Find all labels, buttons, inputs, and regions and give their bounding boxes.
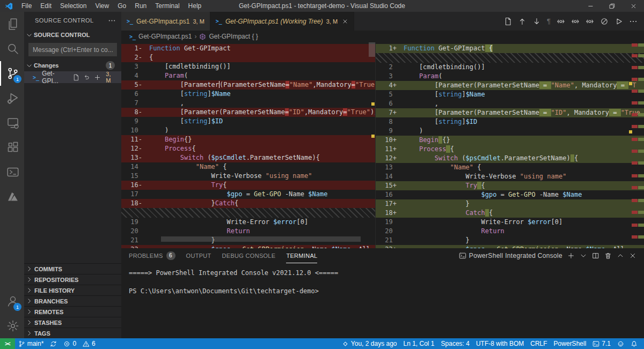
code-line[interactable]: 9 ): [376, 127, 644, 136]
changed-file-row[interactable]: >_ Get-GPI... 3, M: [24, 71, 121, 83]
terminal-output[interactable]: =====> PowerShell Integrated Console v20…: [121, 263, 644, 338]
panel-tab-problems[interactable]: PROBLEMS6: [129, 248, 175, 263]
activity-settings-icon[interactable]: [0, 314, 24, 338]
code-line[interactable]: 9 [string]$ID: [121, 117, 375, 126]
activity-extensions-icon[interactable]: [0, 135, 24, 160]
open-file-icon[interactable]: [503, 17, 512, 26]
previous-change-icon[interactable]: [518, 17, 526, 26]
sidebar-more-actions-icon[interactable]: [108, 17, 116, 25]
status-language-mode[interactable]: PowerShell: [551, 338, 590, 349]
menu-edit[interactable]: Edit: [36, 2, 56, 10]
more-actions-icon[interactable]: [629, 17, 638, 26]
kill-terminal-icon[interactable]: [604, 252, 612, 259]
code-line[interactable]: 8 [string]$ID: [376, 117, 644, 127]
code-line[interactable]: 22+ $gpos = Get-GPPermission -Name $Name…: [376, 245, 644, 248]
code-line[interactable]: 7+ [Parameter(ParameterSetName = "ID", M…: [376, 108, 644, 117]
section-file-history[interactable]: FILE HISTORY: [24, 285, 121, 295]
code-line[interactable]: 18- }Catch{: [121, 199, 375, 208]
code-line[interactable]: 3 [cmdletbinding()]: [121, 62, 375, 71]
activity-azure-icon[interactable]: [0, 184, 24, 209]
activity-powershell-icon[interactable]: [0, 160, 24, 184]
changes-section-header[interactable]: Changes 1: [24, 60, 121, 71]
activity-remote-explorer-icon[interactable]: [0, 110, 24, 135]
horizontal-scrollbar[interactable]: [161, 236, 361, 242]
activity-explorer-icon[interactable]: [0, 12, 24, 36]
status-eol[interactable]: CRLF: [527, 338, 550, 349]
maximize-panel-icon[interactable]: [617, 252, 624, 259]
toggle-whitespace-icon[interactable]: ¶: [547, 17, 551, 25]
menu-view[interactable]: View: [91, 2, 113, 10]
code-line[interactable]: 1+Function Get-GPImpact {: [376, 44, 644, 53]
code-line[interactable]: 14 Write-Verbose "using name": [376, 172, 644, 181]
code-line[interactable]: 14 "Name" {: [121, 162, 375, 172]
code-line[interactable]: 12+ Switch ($psCmdlet.ParameterSetName) …: [376, 154, 644, 163]
code-line[interactable]: 2 [cmdletbinding()]: [376, 63, 644, 72]
code-line[interactable]: 8- [Parameter(ParameterSetName="ID",Mand…: [121, 108, 375, 117]
activity-accounts-icon[interactable]: 1: [0, 289, 24, 314]
activity-run-and-debug-icon[interactable]: [0, 86, 24, 110]
code-line[interactable]: 13 "Name" {: [376, 163, 644, 172]
code-line[interactable]: 11+ Process {: [376, 145, 644, 154]
status-indentation[interactable]: Spaces: 4: [438, 338, 473, 349]
remote-indicator[interactable]: ><: [0, 338, 15, 349]
code-line[interactable]: 16 $gpo = Get-GPO -Name $Name: [376, 190, 644, 199]
code-line[interactable]: 2-{: [121, 53, 375, 62]
code-line[interactable]: 10+ Begin {}: [376, 136, 644, 145]
diff-original-pane[interactable]: 1-Function Get-GPImpact2-{3 [cmdletbindi…: [121, 42, 376, 248]
code-line[interactable]: 5- [Parameter(ParameterSetName="Name",Ma…: [121, 80, 375, 90]
code-line[interactable]: 16- Try{: [121, 181, 375, 190]
code-line[interactable]: 19 Write-Error $error[0]: [121, 218, 375, 227]
section-stashes[interactable]: STASHES: [24, 317, 121, 328]
code-line[interactable]: 3 Param(: [376, 72, 644, 81]
breadcrumb-symbol[interactable]: Get-GPImpact { }: [209, 33, 258, 40]
section-repositories[interactable]: REPOSITORIES: [24, 274, 121, 285]
activity-search-icon[interactable]: [0, 36, 24, 61]
vertical-scrollbar[interactable]: [369, 42, 375, 57]
source-control-section-header[interactable]: SOURCE CONTROL: [24, 29, 121, 41]
code-line[interactable]: 10 ): [121, 126, 375, 135]
status-errors[interactable]: 0: [60, 338, 79, 349]
status-sync[interactable]: [47, 338, 60, 349]
menu-file[interactable]: File: [17, 2, 36, 10]
stage-changes-icon[interactable]: [94, 74, 101, 81]
code-line[interactable]: 22- $gpos = Get-GPPermission -Name $Name…: [121, 245, 375, 248]
code-line[interactable]: 19 Write-Error $error[0]: [376, 218, 644, 227]
status-powershell-session[interactable]: 7.1: [589, 338, 614, 349]
terminal-select[interactable]: PowerShell Integrated Console: [459, 252, 562, 259]
section-branches[interactable]: BRANCHES: [24, 295, 121, 306]
code-line[interactable]: 5 [string]$Name: [376, 90, 644, 99]
compare-changes-3-icon[interactable]: [586, 17, 594, 26]
editor-tab-2[interactable]: >_Get-GPImpact.ps1 (Working Tree)3, M: [210, 12, 354, 31]
status-encoding[interactable]: UTF-8 with BOM: [473, 338, 527, 349]
close-panel-icon[interactable]: [629, 252, 636, 259]
menu-selection[interactable]: Selection: [56, 2, 91, 10]
window-minimize-button[interactable]: [580, 0, 601, 12]
status-cursor-position[interactable]: Ln 1, Col 1: [400, 338, 438, 349]
menu-go[interactable]: Go: [113, 2, 130, 10]
code-line[interactable]: 6 [string]$Name: [121, 90, 375, 99]
code-line[interactable]: 11- Begin{}: [121, 135, 375, 144]
code-line[interactable]: 13- Switch ($psCmdlet.ParameterSetName){: [121, 153, 375, 162]
code-line[interactable]: 1-Function Get-GPImpact: [121, 44, 375, 53]
code-line[interactable]: 6 ,: [376, 99, 644, 108]
code-line[interactable]: 4 Param(: [121, 71, 375, 80]
code-line[interactable]: 15+ Try {: [376, 181, 644, 190]
code-line[interactable]: 4+ [Parameter(ParameterSetName = "Name",…: [376, 81, 644, 90]
menu-help[interactable]: Help: [184, 2, 206, 10]
code-line[interactable]: 12- Process{: [121, 144, 375, 153]
status-warnings[interactable]: 6: [79, 338, 99, 349]
status-notifications[interactable]: [627, 338, 641, 349]
code-line[interactable]: 18+ Catch {: [376, 209, 644, 218]
status-branch[interactable]: main*: [15, 338, 47, 349]
editor-tab-1[interactable]: >_Get-GPImpact.ps13, M: [121, 12, 210, 31]
next-change-icon[interactable]: [532, 17, 541, 26]
code-line[interactable]: 20 Return: [121, 227, 375, 236]
section-tags[interactable]: TAGS: [24, 328, 121, 338]
status-feedback[interactable]: [614, 338, 627, 349]
code-line[interactable]: 17+ }: [376, 199, 644, 209]
panel-tab-terminal[interactable]: TERMINAL: [286, 248, 317, 263]
menu-run[interactable]: Run: [130, 2, 151, 10]
section-commits[interactable]: COMMITS: [24, 263, 121, 274]
code-line[interactable]: 21 }: [376, 236, 644, 245]
run-file-icon[interactable]: [614, 17, 623, 26]
